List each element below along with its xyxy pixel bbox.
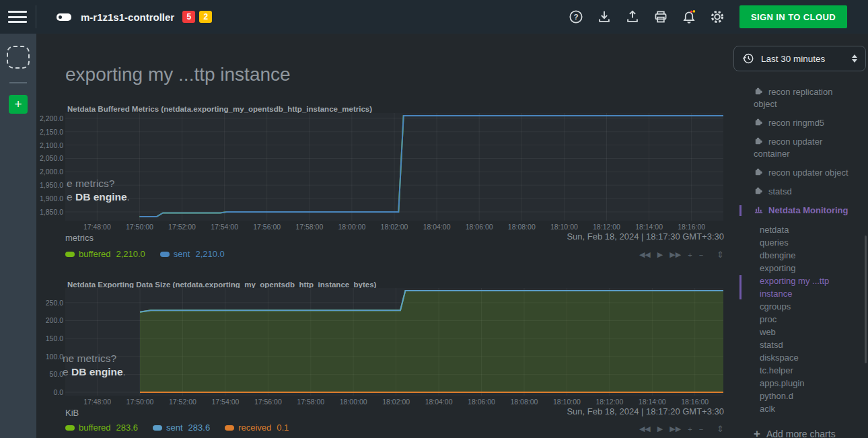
time-range-picker[interactable]: Last 30 minutes [733,46,866,71]
menu-item-label: tc.helper [760,365,793,375]
x-axis-tick: 17:54:00 [205,398,246,406]
menu-item-netdata[interactable]: netdata [754,223,856,236]
sent-legend-pill[interactable] [160,252,170,257]
buffered-legend-label[interactable]: buffered [79,423,110,433]
received-legend-pill[interactable] [225,425,234,431]
menu-item-netdata-monitoring[interactable]: Netdata Monitoring [754,205,856,217]
chart-timestamp: Sun, Feb 18, 2024 | 18:17:20 GMT+3:30 [567,406,724,416]
space-placeholder[interactable] [7,46,30,69]
plus-icon: + [754,427,760,438]
warning-alarms-badge[interactable]: 2 [199,11,212,23]
menu-item-label: statsd [760,340,783,350]
pan-right-icon[interactable]: ▶▶ [670,250,681,259]
sent-legend-label[interactable]: sent [166,423,183,433]
hamburger-menu-icon[interactable] [8,11,27,23]
x-axis-tick: 18:10:00 [546,398,587,406]
menu-item-statsd[interactable]: statsd [754,186,856,198]
x-axis-tick: 18:12:00 [586,223,626,231]
resize-icon[interactable]: ⇕ [717,424,724,434]
pan-left-icon[interactable]: ◀◀ [639,425,651,433]
menu-item-diskspace[interactable]: diskspace [754,351,856,364]
chart-plot-area[interactable] [65,288,723,396]
menu-item-recon-ringmd5[interactable]: recon ringmd5 [754,117,856,129]
zoom-in-icon[interactable]: + [688,425,692,433]
y-axis-tick: 2,050.0 [36,154,63,162]
sidebar-scrollbar[interactable] [865,235,867,363]
chart-exporting-data-size: Netdata Exporting Data Size (netdata.exp… [36,280,733,438]
received-legend-label[interactable]: received [238,423,271,433]
clock-history-icon [742,52,754,65]
import-upload-icon[interactable] [625,9,640,24]
help-icon[interactable]: ? [569,9,583,24]
x-axis-tick: 18:04:00 [417,223,457,231]
menu-item-dbengine[interactable]: dbengine [754,249,856,262]
menu-item-label: diskspace [760,353,799,363]
x-axis-tick: 17:50:00 [120,398,160,406]
menu-item-recon-updater-object[interactable]: recon updater object [754,167,856,179]
pan-left-icon[interactable]: ◀◀ [639,250,651,259]
menu-item-label: statsd [768,186,792,196]
sent-legend-label[interactable]: sent [174,249,190,259]
menu-item-exporting[interactable]: exporting [754,262,856,275]
export-download-icon[interactable] [597,9,612,24]
buffered-legend-value: 283.6 [116,423,138,433]
add-space-button[interactable]: + [9,95,28,114]
resize-icon[interactable]: ⇕ [717,250,724,260]
menu-item-web[interactable]: web [754,326,856,338]
settings-gear-icon[interactable] [710,9,725,24]
chart-menu-list: recon replication objectrecon ringmd5rec… [754,86,856,438]
x-axis-tick: 18:02:00 [376,398,417,406]
menu-item-proc[interactable]: proc [754,313,856,326]
svg-text:?: ? [573,12,578,21]
dashboard-main: exporting my ...ttp instance Netdata Buf… [36,34,733,438]
buffered-legend-value: 2,210.0 [116,249,145,259]
menu-item-label: netdata [760,225,789,235]
menu-item-recon-replication-object[interactable]: recon replication object [754,86,856,110]
menu-item-statsd[interactable]: statsd [754,338,856,351]
critical-alarms-badge[interactable]: 5 [182,11,195,23]
menu-item-aclk[interactable]: aclk [754,402,856,415]
buffered-legend-pill[interactable] [65,425,75,431]
menu-item-cgroups[interactable]: cgroups [754,300,856,313]
section-heading: exporting my ...ttp instance [65,64,291,85]
node-logo-icon [57,13,71,21]
pan-right-icon[interactable]: ▶▶ [670,425,681,433]
sent-legend-value: 2,210.0 [195,249,224,259]
menu-item-label: recon replication object [754,87,832,109]
spaces-rail: + [0,34,36,438]
menu-item-label: dbengine [760,250,796,260]
menu-item-recon-updater-container[interactable]: recon updater container [754,136,856,160]
x-axis-tick: 17:52:00 [162,223,203,231]
x-axis-tick: 18:10:00 [544,223,584,231]
buffered-legend-label[interactable]: buffered [79,249,110,259]
notifications-bell-icon[interactable] [682,9,696,24]
zoom-in-icon[interactable]: + [688,251,692,259]
menu-item-python-d[interactable]: python.d [754,390,856,402]
add-more-charts-button[interactable]: + Add more charts [754,427,836,438]
sign-in-to-cloud-button[interactable]: SIGN IN TO CLOUD [739,5,847,28]
print-icon[interactable] [653,9,668,24]
sent-legend-pill[interactable] [153,425,162,431]
puzzle-icon [754,167,764,177]
charts-menu-sidebar: Last 30 minutes recon replication object… [733,34,868,438]
puzzle-icon [754,117,764,127]
buffered-legend-pill[interactable] [65,252,75,257]
time-range-label: Last 30 minutes [761,54,852,64]
chart-plot-area[interactable] [65,113,723,221]
y-axis-tick: 250.0 [36,299,63,307]
menu-item-tc-helper[interactable]: tc.helper [754,364,856,377]
menu-item-label: exporting my ...ttp instance [760,276,829,299]
menu-item-label: proc [760,314,776,324]
y-axis-tick: 150.0 [36,334,63,342]
zoom-out-icon[interactable]: − [699,251,703,259]
play-icon[interactable]: ▶ [657,425,663,433]
menu-item-queries[interactable]: queries [754,236,856,249]
x-axis-tick: 17:56:00 [247,223,287,231]
menu-item-apps-plugin[interactable]: apps.plugin [754,377,856,390]
menu-item-label: queries [760,238,789,248]
play-icon[interactable]: ▶ [657,250,663,259]
zoom-out-icon[interactable]: − [699,425,703,433]
menu-item-exporting-my-ttp-instance[interactable]: exporting my ...ttp instance [754,275,856,300]
rail-divider [9,82,27,83]
x-axis-tick: 17:56:00 [248,398,288,406]
